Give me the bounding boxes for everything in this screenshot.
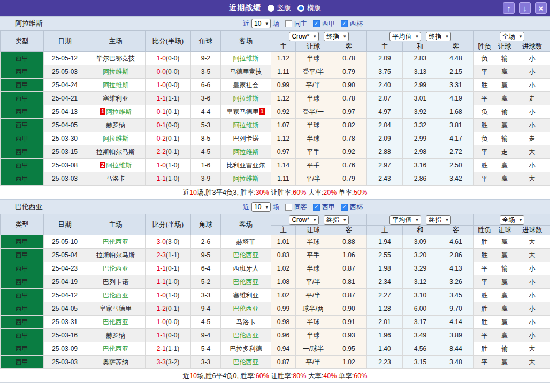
- result-handicap: 赢: [495, 65, 514, 79]
- asia-home-odds: 0.92: [271, 105, 296, 119]
- away-team-name[interactable]: 阿拉维斯: [233, 148, 259, 156]
- scope-filter: 全场▾: [474, 31, 550, 42]
- league-checkbox[interactable]: ✓: [313, 20, 320, 27]
- red-card-badge: 1: [100, 108, 105, 115]
- away-team-name[interactable]: 巴列卡诺: [233, 135, 259, 142]
- layout-radio-vertical[interactable]: 竖版: [268, 3, 291, 13]
- layout-radio-horizontal[interactable]: 横版: [297, 3, 321, 13]
- away-team-cell: 马洛卡: [221, 316, 271, 329]
- away-team-name[interactable]: 皇家马德里: [226, 108, 258, 116]
- home-team-name[interactable]: 巴伦西亚: [103, 318, 128, 326]
- home-team-name[interactable]: 阿拉维斯: [106, 108, 132, 116]
- home-team-name[interactable]: 毕尔巴鄂竞技: [96, 55, 135, 62]
- away-team-name[interactable]: 阿拉维斯: [233, 95, 259, 102]
- away-team-name[interactable]: 皇家社会: [233, 81, 259, 89]
- away-team-name[interactable]: 巴伦西亚: [233, 305, 259, 312]
- asia-odds-filter: Crow*▾ 终指▾: [271, 214, 367, 226]
- home-team-cell: 皇家马德里: [86, 302, 146, 316]
- euro-time-select[interactable]: 终指▾: [426, 215, 451, 225]
- home-team-name[interactable]: 阿拉维斯: [106, 162, 132, 169]
- away-team-cell: 皇家马德里1: [221, 105, 271, 119]
- home-team-name[interactable]: 塞维利亚: [103, 95, 128, 102]
- scroll-up-button[interactable]: ↑: [503, 2, 515, 14]
- euro-away-odds: 3.31: [438, 79, 474, 92]
- away-team-cell: 阿拉维斯: [221, 92, 271, 105]
- away-team-cell: 西班牙人: [221, 262, 271, 275]
- away-team-name[interactable]: 马德里竞技: [230, 68, 262, 75]
- home-team-cell: 奥萨苏纳: [86, 356, 146, 369]
- radio-button-icon[interactable]: [297, 5, 304, 12]
- euro-away-odds: 1.68: [438, 105, 474, 119]
- euro-draw-odds: 2.86: [403, 172, 438, 186]
- check-icon: ✓: [314, 21, 318, 26]
- euro-draw-odds: 3.15: [403, 356, 438, 369]
- home-team-name[interactable]: 巴伦西亚: [103, 345, 128, 352]
- away-team-name[interactable]: 比利亚雷亚尔: [227, 162, 265, 169]
- away-team-name[interactable]: 阿拉维斯: [233, 55, 259, 62]
- asia-home-odds: 1.11: [271, 172, 296, 186]
- same-venue-checkbox[interactable]: [285, 204, 292, 211]
- home-team-name[interactable]: 奥萨苏纳: [103, 358, 128, 366]
- home-team-name[interactable]: 阿拉维斯: [103, 81, 128, 89]
- home-team-name[interactable]: 巴列卡诺: [103, 278, 128, 286]
- home-team-name[interactable]: 巴伦西亚: [103, 291, 128, 299]
- same-venue-checkbox[interactable]: [285, 20, 292, 27]
- away-team-name[interactable]: 阿拉维斯: [233, 121, 259, 129]
- away-team-name[interactable]: 阿拉维斯: [233, 175, 259, 182]
- asia-away-odds: 0.92: [331, 145, 367, 159]
- home-team-name[interactable]: 拉斯帕尔马斯: [96, 251, 135, 259]
- away-team-name[interactable]: 赫塔菲: [236, 238, 256, 245]
- away-team-name[interactable]: 巴伦西亚: [233, 358, 259, 366]
- away-team-name[interactable]: 巴伦西亚: [233, 278, 259, 286]
- away-team-name[interactable]: 马洛卡: [236, 318, 256, 326]
- home-team-name[interactable]: 马洛卡: [106, 175, 125, 182]
- home-team-name[interactable]: 赫罗纳: [106, 121, 125, 129]
- match-date: 25-03-30: [44, 132, 86, 145]
- asia-handicap: 受平/半: [296, 65, 331, 79]
- euro-home-odds: 2.55: [367, 249, 403, 262]
- home-team-name[interactable]: 皇家马德里: [100, 305, 132, 312]
- scope-select[interactable]: 全场▾: [500, 215, 525, 225]
- asia-home-odds: 1.12: [271, 92, 296, 105]
- home-team-name[interactable]: 巴伦西亚: [103, 265, 128, 272]
- away-team-name[interactable]: 塞维利亚: [233, 291, 259, 299]
- col-header-date: 日期: [44, 214, 86, 235]
- bookmaker-select[interactable]: Crow*▾: [289, 215, 318, 225]
- result-handicap: 输: [495, 52, 514, 65]
- away-team-name[interactable]: 西班牙人: [233, 265, 259, 272]
- fulltime-score: 2-3: [157, 251, 166, 259]
- asia-time-select[interactable]: 终指▾: [324, 215, 349, 225]
- close-button[interactable]: ×: [535, 2, 547, 14]
- home-team-name[interactable]: 巴伦西亚: [103, 238, 128, 245]
- away-team-name[interactable]: 巴拉多利德: [230, 345, 262, 352]
- home-team-cell: 马洛卡: [86, 172, 146, 186]
- euro-home-odds: 2.27: [367, 289, 403, 302]
- home-team-name[interactable]: 拉斯帕尔马斯: [96, 148, 135, 156]
- result-outcome: 平: [474, 262, 495, 275]
- home-team-name[interactable]: 赫罗纳: [106, 332, 125, 339]
- asia-handicap: 半球: [296, 262, 331, 275]
- match-count-select[interactable]: 10▾: [251, 202, 271, 212]
- league-checkbox[interactable]: ✓: [313, 204, 320, 211]
- asia-handicap: 半球: [296, 119, 331, 132]
- euro-source-select[interactable]: 平均值▾: [389, 215, 421, 225]
- away-team-name[interactable]: 巴伦西亚: [233, 332, 259, 339]
- euro-source-select[interactable]: 平均值▾: [389, 32, 421, 41]
- match-row: 西甲 25-04-21 塞维利亚 1-1(1-1) 3-6 阿拉维斯 1.12 …: [1, 92, 550, 105]
- euro-away-odds: 4.48: [438, 52, 474, 65]
- euro-draw-odds: 3.20: [403, 249, 438, 262]
- fulltime-score: 1-0: [157, 81, 166, 89]
- asia-away-odds: 0.79: [331, 65, 367, 79]
- cup-checkbox[interactable]: ✓: [341, 20, 348, 27]
- bookmaker-select[interactable]: Crow*▾: [289, 32, 318, 41]
- home-team-name[interactable]: 阿拉维斯: [103, 68, 128, 75]
- radio-button-icon[interactable]: [268, 5, 274, 12]
- scroll-down-button[interactable]: ↓: [519, 2, 531, 14]
- euro-time-select[interactable]: 终指▾: [426, 32, 451, 41]
- home-team-name[interactable]: 阿拉维斯: [103, 135, 128, 142]
- scope-select[interactable]: 全场▾: [500, 32, 525, 41]
- away-team-name[interactable]: 巴伦西亚: [233, 251, 259, 259]
- match-count-select[interactable]: 10▾: [251, 19, 271, 28]
- asia-time-select[interactable]: 终指▾: [324, 32, 349, 41]
- cup-checkbox[interactable]: ✓: [341, 204, 348, 211]
